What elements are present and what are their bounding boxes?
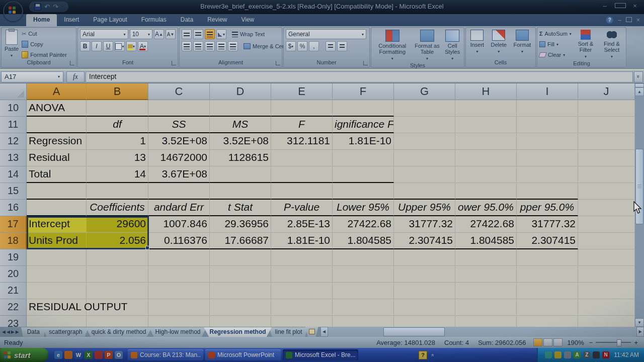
cell-H19[interactable] xyxy=(455,249,517,266)
cell-F13[interactable] xyxy=(333,150,394,166)
cell-F14[interactable] xyxy=(333,166,394,183)
tray-zone-icon[interactable]: Z xyxy=(583,351,590,358)
row-header-10[interactable]: 10 xyxy=(0,100,27,117)
conditional-formatting-button[interactable]: Conditional Formatting▾ xyxy=(373,29,412,62)
align-left-button[interactable] xyxy=(182,41,192,51)
sort-filter-button[interactable]: Sort & Filter▾ xyxy=(574,29,598,60)
comma-style-button[interactable]: , xyxy=(309,41,319,51)
tab-formulas[interactable]: Formulas xyxy=(134,14,174,26)
cell-C12[interactable]: 3.52E+08 xyxy=(148,133,210,150)
cell-C23[interactable] xyxy=(148,316,210,327)
cell-styles-button[interactable]: Cell Styles▾ xyxy=(443,29,462,62)
font-color-button[interactable]: A▾ xyxy=(138,41,148,51)
cell-J22[interactable] xyxy=(578,299,635,316)
align-right-button[interactable] xyxy=(205,41,215,51)
cell-B10[interactable] xyxy=(87,100,148,117)
cut-button[interactable]: ✂ Cut xyxy=(22,29,67,38)
cell-A14[interactable]: Total xyxy=(27,166,87,183)
cell-C21[interactable] xyxy=(148,283,210,299)
tray-netflix-icon[interactable]: N xyxy=(602,351,609,358)
cell-D15[interactable] xyxy=(210,183,271,200)
cell-J10[interactable] xyxy=(578,100,635,117)
font-size-combo[interactable]: 10▾ xyxy=(130,29,152,39)
cell-C11[interactable]: SS xyxy=(148,117,210,133)
cell-C20[interactable] xyxy=(148,266,210,283)
cell-I23[interactable] xyxy=(517,316,578,327)
sheet-tab-high-low-method[interactable]: High-low method xyxy=(149,327,206,337)
cell-E10[interactable] xyxy=(271,100,333,117)
cell-I14[interactable] xyxy=(517,166,578,183)
zoom-slider-thumb[interactable] xyxy=(617,339,621,346)
close-button[interactable]: × xyxy=(630,2,640,10)
cell-A10[interactable]: ANOVA xyxy=(27,100,87,117)
cell-J23[interactable] xyxy=(578,316,635,327)
cell-A22[interactable]: RESIDUAL OUTPUT xyxy=(27,299,87,316)
cell-G17[interactable]: 31777.32 xyxy=(394,216,455,233)
cell-I21[interactable] xyxy=(517,283,578,299)
sheet-tab-quick-dirty-method[interactable]: quick & dirty method xyxy=(86,327,152,337)
sheet-tab-scattergraph[interactable]: scattergraph xyxy=(43,327,89,337)
cell-F23[interactable] xyxy=(333,316,394,327)
format-painter-button[interactable]: Format Painter xyxy=(22,50,67,59)
cell-E12[interactable]: 312.1181 xyxy=(271,133,333,150)
cell-J18[interactable] xyxy=(578,233,635,249)
cell-D11[interactable]: MS xyxy=(210,117,271,133)
bottom-align-button[interactable] xyxy=(205,29,215,39)
window-close-button[interactable]: × xyxy=(636,17,640,24)
window-minimize-button[interactable]: – xyxy=(618,17,621,24)
page-layout-view-button[interactable] xyxy=(543,338,552,346)
cell-A19[interactable] xyxy=(27,249,87,266)
row-header-19[interactable]: 19 xyxy=(0,249,27,266)
cell-B13[interactable]: 13 xyxy=(87,150,148,166)
cell-I16[interactable]: pper 95.0% xyxy=(517,200,578,216)
cell-F21[interactable] xyxy=(333,283,394,299)
cell-B16[interactable]: Coefficients xyxy=(87,200,148,216)
font-dialog-launcher-icon[interactable] xyxy=(172,61,176,65)
split-handle[interactable] xyxy=(635,83,644,87)
copy-button[interactable]: Copy xyxy=(22,40,67,49)
scroll-up-button[interactable]: ▲ xyxy=(635,87,644,96)
first-sheet-button[interactable]: ◀ xyxy=(2,329,6,334)
cell-H12[interactable] xyxy=(455,133,517,150)
cell-H18[interactable]: 1.804585 xyxy=(455,233,517,249)
cell-E11[interactable]: F xyxy=(271,117,333,133)
zoom-in-button[interactable]: + xyxy=(634,339,638,346)
cell-A11[interactable] xyxy=(27,117,87,133)
tray-messenger-icon[interactable] xyxy=(545,351,552,358)
autosum-button[interactable]: Σ AutoSum▾ xyxy=(539,29,572,38)
cell-H17[interactable]: 27422.68 xyxy=(455,216,517,233)
tab-home[interactable]: Home xyxy=(26,14,57,26)
cell-D14[interactable] xyxy=(210,166,271,183)
taskbar-button-powerpoint[interactable]: Microsoft PowerPoint xyxy=(205,349,281,360)
cell-H15[interactable] xyxy=(455,183,517,200)
tab-insert[interactable]: Insert xyxy=(57,14,86,26)
delete-cells-button[interactable]: Delete▾ xyxy=(490,29,508,59)
cell-A13[interactable]: Residual xyxy=(27,150,87,166)
cell-D18[interactable]: 17.66687 xyxy=(210,233,271,249)
cell-G23[interactable] xyxy=(394,316,455,327)
sheet-tab-regression-method[interactable]: Regression method xyxy=(204,327,272,337)
increase-decimal-button[interactable] xyxy=(326,41,336,51)
cell-C17[interactable]: 1007.846 xyxy=(148,216,210,233)
cell-B12[interactable]: 1 xyxy=(87,133,148,150)
cell-J14[interactable] xyxy=(578,166,635,183)
quicklaunch-word-icon[interactable]: W xyxy=(74,351,83,359)
scroll-left-button[interactable]: ◀ xyxy=(320,327,328,337)
top-align-button[interactable] xyxy=(182,29,192,39)
cell-G20[interactable] xyxy=(394,266,455,283)
cell-I19[interactable] xyxy=(517,249,578,266)
grow-font-button[interactable]: A▲ xyxy=(154,29,164,39)
last-sheet-button[interactable]: ▶ xyxy=(16,329,19,334)
decrease-indent-button[interactable] xyxy=(216,41,226,51)
column-header-G[interactable]: G xyxy=(394,83,455,100)
cell-J13[interactable] xyxy=(578,150,635,166)
insert-worksheet-tab[interactable] xyxy=(305,327,318,337)
cell-F10[interactable] xyxy=(333,100,394,117)
column-header-B[interactable]: B xyxy=(87,83,148,100)
zoom-level[interactable]: 190% xyxy=(568,339,584,346)
column-header-F[interactable]: F xyxy=(333,83,394,100)
accounting-format-button[interactable]: $▾ xyxy=(286,41,296,51)
cell-I22[interactable] xyxy=(517,299,578,316)
cell-I17[interactable]: 31777.32 xyxy=(517,216,578,233)
zoom-slider[interactable] xyxy=(596,342,631,343)
